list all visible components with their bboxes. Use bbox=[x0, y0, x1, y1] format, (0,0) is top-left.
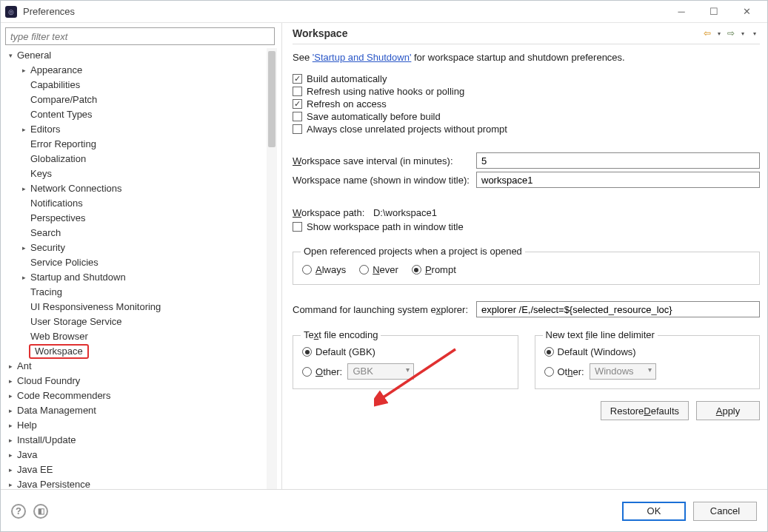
tree-item-label: UI Responsiveness Monitoring bbox=[29, 300, 162, 314]
chevron-right-icon[interactable]: ▸ bbox=[5, 359, 16, 374]
tree-item-label: Tracing bbox=[29, 285, 64, 300]
workspace-name-input[interactable] bbox=[476, 172, 760, 188]
checkbox[interactable] bbox=[293, 99, 302, 109]
chevron-right-icon[interactable]: ▸ bbox=[5, 448, 16, 462]
tree-spacer: ▸ bbox=[19, 314, 29, 329]
tree-spacer: ▸ bbox=[19, 285, 29, 300]
restore-defaults-button[interactable]: Restore Defaults bbox=[601, 401, 689, 420]
tree-item[interactable]: ▸Java Persistence bbox=[5, 477, 277, 489]
tree-item[interactable]: ▸Editors bbox=[19, 122, 277, 137]
tree-item[interactable]: ▸Tracing bbox=[19, 285, 277, 300]
radio-icon bbox=[359, 265, 369, 275]
chevron-right-icon[interactable]: ▸ bbox=[19, 181, 29, 196]
chevron-right-icon[interactable]: ▸ bbox=[19, 270, 29, 285]
encoding-legend: Text file encoding bbox=[301, 329, 381, 340]
tree-spacer: ▸ bbox=[19, 152, 29, 166]
encoding-other-select[interactable]: GBK bbox=[347, 363, 414, 380]
tree-item[interactable]: ▸Web Browser bbox=[19, 329, 277, 344]
tree-scrollbar[interactable]: ▴ bbox=[267, 48, 277, 489]
cancel-button[interactable]: Cancel bbox=[693, 502, 757, 521]
intro-text: See 'Startup and Shutdown' for workspace… bbox=[293, 52, 760, 63]
delimiter-other-radio[interactable]: Other: Windows bbox=[544, 363, 751, 380]
radio-option[interactable]: Always bbox=[302, 264, 346, 275]
navigation-panel: ▾ General ▸Appearance▸Capabilities▸Compa… bbox=[1, 23, 282, 489]
checkbox[interactable] bbox=[293, 112, 302, 121]
tree-item[interactable]: ▸Globalization bbox=[19, 152, 277, 166]
help-icon[interactable]: ? bbox=[11, 504, 26, 519]
tree-item-workspace[interactable]: ▸Workspace bbox=[19, 344, 277, 359]
tree-item-label: Code Recommenders bbox=[16, 388, 112, 403]
chevron-right-icon[interactable]: ▸ bbox=[5, 462, 16, 477]
chevron-right-icon[interactable]: ▸ bbox=[5, 374, 16, 388]
cmd-input[interactable] bbox=[476, 301, 760, 317]
chevron-down-icon[interactable]: ▾ bbox=[5, 48, 16, 63]
chevron-right-icon[interactable]: ▸ bbox=[5, 388, 16, 403]
tree-item[interactable]: ▸Ant bbox=[5, 359, 277, 374]
tree-item-label: Java EE bbox=[16, 462, 54, 477]
tree-item[interactable]: ▸Java EE bbox=[5, 462, 277, 477]
tree-item[interactable]: ▸Appearance bbox=[19, 63, 277, 78]
save-interval-input[interactable] bbox=[476, 152, 760, 169]
tree-item[interactable]: ▸Cloud Foundry bbox=[5, 374, 277, 388]
maximize-button[interactable]: ☐ bbox=[698, 1, 730, 22]
checkbox[interactable] bbox=[293, 124, 302, 134]
tree-item[interactable]: ▸UI Responsiveness Monitoring bbox=[19, 300, 277, 314]
encoding-default-radio[interactable]: Default (GBK) bbox=[302, 346, 509, 357]
chevron-right-icon[interactable]: ▸ bbox=[5, 477, 16, 489]
tree-item-label: Service Policies bbox=[29, 255, 100, 270]
tree-item-label: Editors bbox=[29, 122, 61, 137]
open-referenced-legend: Open referenced projects when a project … bbox=[301, 246, 525, 257]
tree-item[interactable]: ▸Help bbox=[5, 418, 277, 433]
delimiter-legend: New text file line delimiter bbox=[543, 329, 658, 340]
tree-item[interactable]: ▸Data Management bbox=[5, 403, 277, 418]
checkbox[interactable] bbox=[293, 87, 302, 96]
back-menu-icon[interactable]: ▾ bbox=[714, 28, 724, 38]
chevron-right-icon[interactable]: ▸ bbox=[5, 403, 16, 418]
tree-item[interactable]: ▸Search bbox=[19, 226, 277, 240]
radio-option[interactable]: Never bbox=[359, 264, 398, 275]
tree-spacer: ▸ bbox=[19, 255, 29, 270]
chevron-right-icon[interactable]: ▸ bbox=[5, 433, 16, 448]
tree-item[interactable]: ▸Network Connections bbox=[19, 181, 277, 196]
tree-item[interactable]: ▸Compare/Patch bbox=[19, 92, 277, 107]
tree-item[interactable]: ▸Security bbox=[19, 240, 277, 255]
delimiter-default-radio[interactable]: Default (Windows) bbox=[544, 346, 751, 357]
preferences-tree[interactable]: ▾ General ▸Appearance▸Capabilities▸Compa… bbox=[5, 48, 277, 489]
tree-item[interactable]: ▸Keys bbox=[19, 166, 277, 181]
forward-menu-icon[interactable]: ▾ bbox=[738, 28, 748, 38]
tree-item[interactable]: ▸Java bbox=[5, 448, 277, 462]
page-menu-icon[interactable]: ▾ bbox=[749, 28, 760, 38]
apply-button[interactable]: Apply bbox=[696, 401, 760, 420]
tree-item[interactable]: ▸Service Policies bbox=[19, 255, 277, 270]
tree-item[interactable]: ▸Content Types bbox=[19, 107, 277, 122]
close-button[interactable]: ✕ bbox=[730, 1, 763, 22]
radio-option[interactable]: Prompt bbox=[412, 264, 456, 275]
scroll-thumb[interactable] bbox=[268, 51, 276, 147]
checkbox-label: Save automatically before build bbox=[307, 111, 441, 122]
chevron-right-icon[interactable]: ▸ bbox=[19, 240, 29, 255]
show-path-checkbox[interactable] bbox=[293, 222, 302, 232]
tree-item[interactable]: ▸Capabilities bbox=[19, 78, 277, 92]
tree-item[interactable]: ▸Perspectives bbox=[19, 211, 277, 226]
tree-item[interactable]: ▸Code Recommenders bbox=[5, 388, 277, 403]
chevron-right-icon[interactable]: ▸ bbox=[5, 418, 16, 433]
ok-button[interactable]: OK bbox=[622, 502, 686, 521]
checkbox[interactable] bbox=[293, 74, 302, 84]
filter-input[interactable] bbox=[5, 27, 275, 45]
forward-icon[interactable]: ⇨ bbox=[726, 28, 736, 38]
tree-item[interactable]: ▸Error Reporting bbox=[19, 137, 277, 152]
startup-shutdown-link[interactable]: 'Startup and Shutdown' bbox=[313, 52, 412, 63]
tree-item[interactable]: ▸User Storage Service bbox=[19, 314, 277, 329]
chevron-right-icon[interactable]: ▸ bbox=[19, 63, 29, 78]
tree-item[interactable]: ▸Notifications bbox=[19, 196, 277, 211]
tree-item[interactable]: ▸Startup and Shutdown bbox=[19, 270, 277, 285]
tree-item[interactable]: ▸Install/Update bbox=[5, 433, 277, 448]
tree-item-label: Cloud Foundry bbox=[16, 374, 81, 388]
import-export-icon[interactable]: ◧ bbox=[33, 504, 48, 519]
back-icon[interactable]: ⇦ bbox=[702, 28, 712, 38]
chevron-right-icon[interactable]: ▸ bbox=[19, 122, 29, 137]
encoding-other-radio[interactable]: Other: GBK bbox=[302, 363, 509, 380]
delimiter-other-select[interactable]: Windows bbox=[590, 363, 656, 380]
tree-item-general[interactable]: ▾ General bbox=[5, 48, 277, 63]
minimize-button[interactable]: ─ bbox=[665, 1, 698, 22]
